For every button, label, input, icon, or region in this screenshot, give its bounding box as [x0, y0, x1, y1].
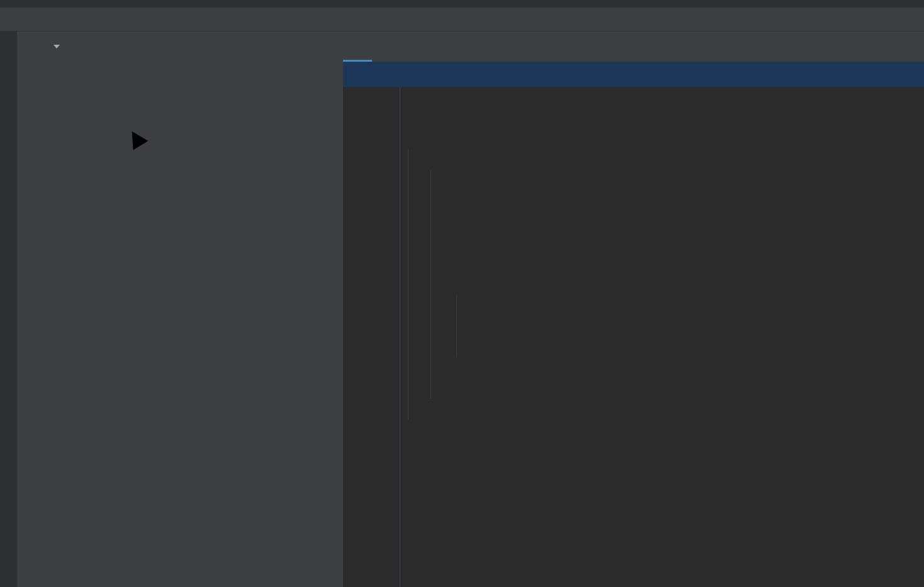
project-panel-header	[17, 31, 343, 61]
chevron-down-icon[interactable]	[54, 45, 60, 48]
activity-stripe	[0, 31, 17, 587]
editor-notification-banner	[343, 62, 924, 87]
gutter-separator	[400, 87, 400, 587]
indent-guide	[456, 295, 457, 357]
tab-main-java[interactable]	[343, 31, 372, 62]
breadcrumb	[0, 8, 924, 31]
title-bar-strip	[0, 0, 924, 8]
project-panel	[17, 31, 343, 587]
indent-guide	[408, 149, 408, 419]
ide-window	[0, 0, 924, 587]
indent-guide	[431, 170, 431, 399]
editor-tab-bar	[343, 31, 924, 62]
project-view-icon[interactable]	[25, 40, 38, 54]
editor-area	[343, 31, 924, 587]
code-editor[interactable]	[343, 87, 924, 587]
